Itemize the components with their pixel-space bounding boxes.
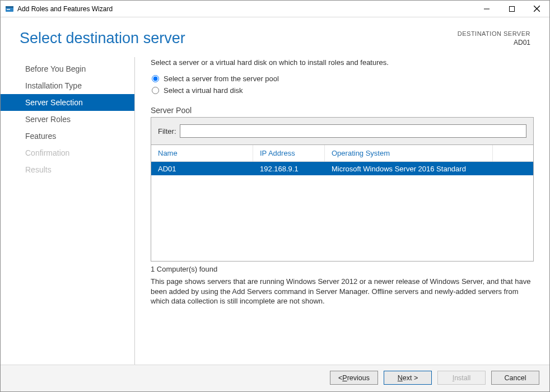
step-server-selection[interactable]: Server Selection [1, 94, 135, 111]
step-confirmation: Confirmation [1, 144, 135, 161]
radio-server-pool-input[interactable] [152, 75, 159, 82]
cell-name: AD01 [151, 165, 253, 173]
cell-os: Microsoft Windows Server 2016 Standard [325, 165, 493, 173]
titlebar: Add Roles and Features Wizard [1, 1, 549, 17]
server-pool-label: Server Pool [151, 106, 534, 115]
page-title: Select destination server [20, 30, 185, 47]
cell-ip: 192.168.9.1 [253, 165, 325, 173]
previous-button-pre: < [338, 374, 342, 382]
install-button-post: nstall [454, 374, 470, 382]
window-controls [474, 1, 549, 17]
radio-server-pool-label: Select a server from the server pool [164, 74, 279, 83]
info-text: This page shows servers that are running… [151, 277, 534, 306]
cancel-button[interactable]: Cancel [491, 371, 539, 385]
radio-server-pool[interactable]: Select a server from the server pool [151, 74, 534, 83]
server-manager-icon [5, 4, 14, 13]
next-button-ul: N [398, 374, 403, 382]
column-header-os[interactable]: Operating System [325, 145, 493, 161]
step-installation-type[interactable]: Installation Type [1, 77, 135, 94]
instruction-text: Select a server or a virtual hard disk o… [151, 58, 534, 67]
svg-rect-4 [509, 6, 514, 11]
radio-vhd-input[interactable] [152, 87, 159, 94]
step-before-you-begin[interactable]: Before You Begin [1, 60, 135, 77]
minimize-button[interactable] [474, 1, 499, 17]
destination-server-name: AD01 [458, 38, 530, 47]
body-area: Before You Begin Installation Type Serve… [1, 53, 549, 365]
previous-button[interactable]: < Previous [330, 371, 378, 385]
table-header: Name IP Address Operating System [151, 145, 533, 162]
main-pane: Select a server or a virtual hard disk o… [135, 55, 549, 365]
step-features[interactable]: Features [1, 128, 135, 144]
header-area: Select destination server DESTINATION SE… [1, 17, 549, 53]
cancel-button-label: Cancel [505, 374, 526, 382]
server-pool-table: Name IP Address Operating System AD01 19… [151, 145, 534, 262]
window-title: Add Roles and Features Wizard [17, 5, 113, 13]
column-header-spacer [493, 145, 533, 161]
filter-label: Filter: [158, 127, 176, 136]
wizard-step-sidebar: Before You Begin Installation Type Serve… [1, 55, 135, 365]
maximize-button[interactable] [499, 1, 524, 17]
destination-server-box: DESTINATION SERVER AD01 [458, 30, 530, 47]
computers-found-text: 1 Computer(s) found [151, 265, 534, 273]
column-header-ip[interactable]: IP Address [253, 145, 325, 161]
close-button[interactable] [524, 1, 549, 17]
install-button: Install [437, 371, 486, 385]
table-row[interactable]: AD01 192.168.9.1 Microsoft Windows Serve… [151, 162, 533, 175]
next-button[interactable]: Next > [384, 371, 432, 385]
filter-box: Filter: [151, 117, 534, 145]
previous-button-post: revious [347, 374, 370, 382]
filter-input[interactable] [180, 124, 527, 138]
destination-server-label: DESTINATION SERVER [458, 30, 530, 38]
column-header-name[interactable]: Name [151, 145, 253, 161]
svg-rect-1 [6, 6, 13, 8]
content-area: Select destination server DESTINATION SE… [1, 17, 549, 391]
step-results: Results [1, 161, 135, 178]
wizard-window: Add Roles and Features Wizard Select des… [0, 0, 550, 392]
table-empty-area [151, 175, 533, 261]
radio-virtual-hard-disk[interactable]: Select a virtual hard disk [151, 86, 534, 95]
radio-vhd-label: Select a virtual hard disk [164, 86, 243, 95]
previous-button-ul: P [342, 374, 347, 382]
step-server-roles[interactable]: Server Roles [1, 111, 135, 128]
footer-button-bar: < Previous Next > Install Cancel [1, 365, 549, 391]
svg-rect-2 [7, 9, 10, 10]
next-button-post: ext > [403, 374, 418, 382]
